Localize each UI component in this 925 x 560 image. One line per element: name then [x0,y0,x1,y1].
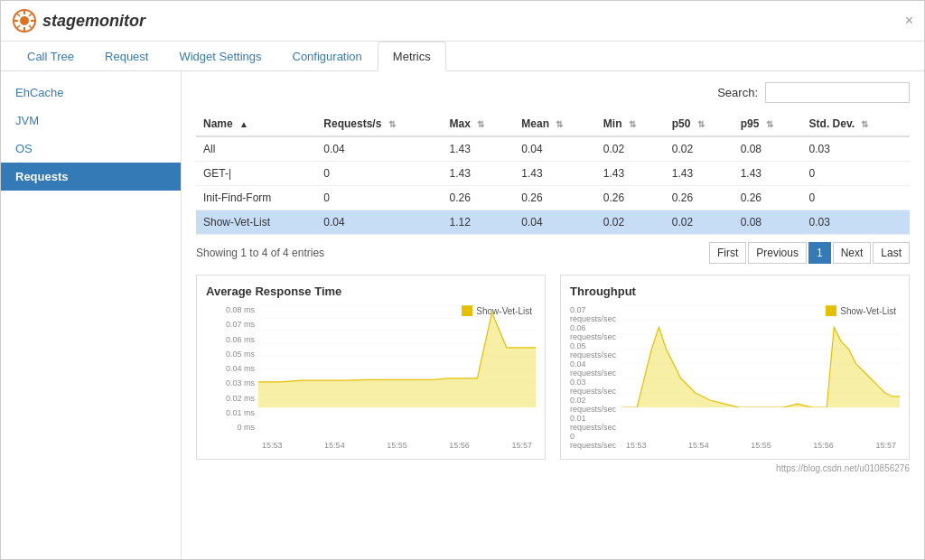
cell-std_dev: 0 [802,162,910,186]
svg-marker-28 [622,327,900,407]
logo: stagemonitor [12,8,145,33]
throughput-chart: Throughput Show-Vet-List 0.07 requests/s… [560,275,910,460]
tab-configuration[interactable]: Configuration [277,42,378,71]
cell-requests_s: 0.04 [316,136,442,162]
cell-max: 0.26 [443,186,515,210]
logo-icon [12,8,37,33]
cell-min: 0.26 [596,186,665,210]
col-header-p95[interactable]: p95 ⇅ [733,112,802,136]
table-row[interactable]: Show-Vet-List0.041.120.040.020.020.080.0… [196,210,910,235]
cell-name: GET-| [196,162,316,186]
main-content: EhCache JVM OS Requests Search: Name ▲ [1,71,924,559]
cell-requests_s: 0 [316,186,442,210]
tab-request[interactable]: Request [89,42,164,71]
page-next-button[interactable]: Next [833,242,872,264]
cell-max: 1.43 [443,136,515,162]
page-previous-button[interactable]: Previous [748,242,807,264]
col-header-std-dev[interactable]: Std. Dev. ⇅ [802,112,910,136]
app-title: stagemonitor [42,12,145,31]
search-bar: Search: [196,82,910,103]
tx-label-4: 15:57 [875,441,896,450]
close-button[interactable]: × [905,13,913,29]
tab-metrics[interactable]: Metrics [378,42,446,71]
sidebar: EhCache JVM OS Requests [1,71,182,559]
y-label-2: 0.06 ms [226,335,255,344]
cell-p50: 1.43 [665,162,733,186]
table-row[interactable]: GET-|01.431.431.431.431.430 [196,162,910,186]
cell-requests_s: 0.04 [316,210,442,235]
y-label-0: 0.08 ms [226,305,255,314]
sidebar-item-requests[interactable]: Requests [1,163,181,191]
page-1-button[interactable]: 1 [808,242,831,264]
charts-row: Average Response Time Show-Vet-List 0.08… [196,275,910,460]
table-row[interactable]: All0.041.430.040.020.020.080.03 [196,136,910,162]
cell-std_dev: 0 [802,186,910,210]
col-header-mean[interactable]: Mean ⇅ [514,112,596,136]
app-window: stagemonitor × Call Tree Request Widget … [0,0,925,560]
cell-mean: 0.26 [514,186,596,210]
cell-p95: 0.26 [733,186,802,210]
table-row[interactable]: Init-Find-Form00.260.260.260.260.260 [196,186,910,210]
y-label-8: 0 ms [237,423,255,432]
tab-call-tree[interactable]: Call Tree [12,42,89,71]
sort-asc-icon: ▲ [239,119,248,129]
watermark-container: https://blog.csdn.net/u010856276 [196,463,910,478]
ty-label-6: 0.01 requests/sec [570,414,619,432]
avg-response-time-title: Average Response Time [206,285,536,298]
content-area: Search: Name ▲ Requests/s ⇅ Max ⇅ [182,71,924,559]
cell-requests_s: 0 [316,162,442,186]
tab-widget-settings[interactable]: Widget Settings [164,42,276,71]
x-label-3: 15:56 [449,441,470,450]
tx-label-3: 15:56 [813,441,834,450]
cell-p95: 0.08 [733,136,802,162]
sidebar-item-jvm[interactable]: JVM [1,107,181,135]
watermark-text: https://blog.csdn.net/u010856276 [776,463,910,473]
page-first-button[interactable]: First [709,242,746,264]
svg-line-9 [17,25,21,29]
y-label-6: 0.02 ms [226,394,255,403]
col-header-name[interactable]: Name ▲ [196,112,316,136]
cell-std_dev: 0.03 [802,210,910,235]
ty-label-5: 0.02 requests/sec [570,396,619,414]
search-input[interactable] [765,82,910,103]
throughput-title: Throughput [570,285,900,298]
sort-both-icon-max: ⇅ [477,119,484,129]
cell-name: Init-Find-Form [196,186,316,210]
col-header-min[interactable]: Min ⇅ [596,112,665,136]
y-label-3: 0.05 ms [226,350,255,359]
throughput-y-axis: 0.07 requests/sec 0.06 requests/sec 0.05… [570,305,622,432]
sort-both-icon-p95: ⇅ [766,119,773,129]
y-label-4: 0.04 ms [226,364,255,373]
data-table: Name ▲ Requests/s ⇅ Max ⇅ Mean ⇅ Min ⇅ [196,112,910,235]
avg-response-time-chart: Average Response Time Show-Vet-List 0.08… [196,275,546,460]
sidebar-item-os[interactable]: OS [1,135,181,163]
cell-min: 1.43 [596,162,665,186]
col-header-requests-s[interactable]: Requests/s ⇅ [316,112,442,136]
y-label-1: 0.07 ms [226,320,255,329]
ty-label-0: 0.07 requests/sec [570,305,619,323]
avg-response-time-area: Show-Vet-List 0.08 ms 0.07 ms 0.06 ms 0.… [206,305,536,450]
svg-line-8 [29,14,33,17]
cell-min: 0.02 [596,136,665,162]
sort-both-icon-p50: ⇅ [697,119,705,129]
ty-label-1: 0.06 requests/sec [570,323,619,341]
cell-mean: 0.04 [514,210,596,235]
tx-label-1: 15:54 [688,441,709,450]
sort-both-icon-mean: ⇅ [556,119,563,129]
x-label-4: 15:57 [511,441,532,450]
sort-both-icon-min: ⇅ [629,119,636,129]
ty-label-3: 0.04 requests/sec [570,359,619,378]
col-header-p50[interactable]: p50 ⇅ [665,112,733,136]
tx-label-2: 15:55 [751,441,771,450]
x-label-2: 15:55 [387,441,407,450]
svg-marker-19 [258,313,536,407]
avg-y-axis: 0.08 ms 0.07 ms 0.06 ms 0.05 ms 0.04 ms … [206,305,258,432]
tx-label-0: 15:53 [626,441,647,450]
x-label-0: 15:53 [262,441,283,450]
sidebar-item-ehcache[interactable]: EhCache [1,79,181,107]
cell-std_dev: 0.03 [802,136,910,162]
cell-mean: 1.43 [514,162,596,186]
page-last-button[interactable]: Last [873,242,910,264]
col-header-max[interactable]: Max ⇅ [443,112,515,136]
svg-line-7 [29,25,33,29]
